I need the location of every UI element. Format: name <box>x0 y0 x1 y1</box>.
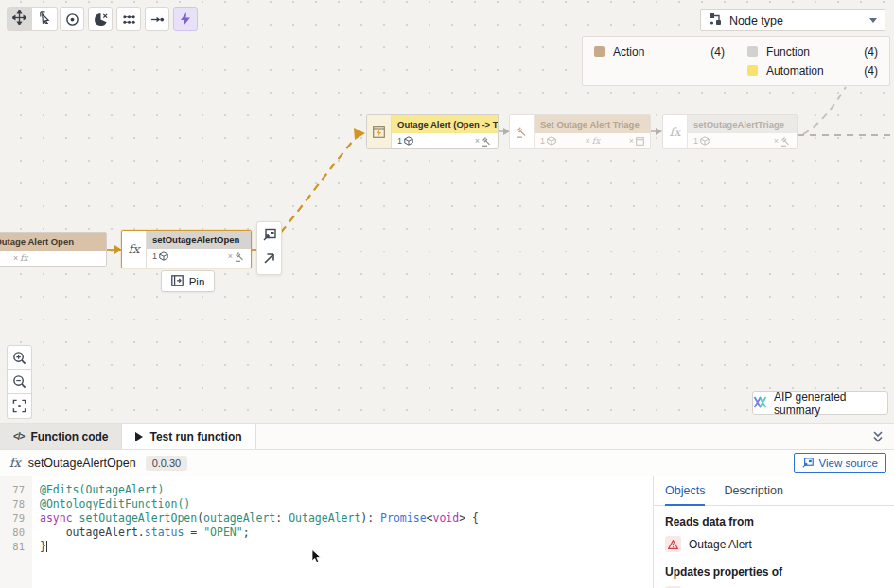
zoom-in-button[interactable] <box>7 345 32 370</box>
code-line-81: } <box>40 540 653 554</box>
open-node-icon[interactable] <box>263 251 275 268</box>
legend-label: Automation <box>766 64 824 78</box>
x-mark: × <box>475 136 480 146</box>
node-meta-row: 1 ×fx × <box>535 133 650 148</box>
aip-summary-label: AIP generated summary <box>774 390 887 417</box>
focus-tool-button[interactable] <box>60 7 84 31</box>
trace-tool-button[interactable] <box>145 7 169 31</box>
legend-spacer <box>583 64 736 78</box>
bottom-panel-tabbar: </> Function code Test run function <box>0 423 894 450</box>
node-set-outage-alert-open[interactable]: Set Outage Alert Open 1 ×fx <box>0 232 107 267</box>
object-count: 1 <box>693 136 698 146</box>
object-link-outage-alert[interactable]: Outage Alert <box>665 536 883 552</box>
zoom-out-button[interactable] <box>7 370 32 394</box>
code-line-77: @Edits(OutageAlert) <box>40 483 653 497</box>
node-type-legend: Action (4) Function (4) Automation (4) <box>582 36 890 86</box>
code-lines: @Edits(OutageAlert) @OntologyEditFunctio… <box>40 483 653 554</box>
legend-count: (4) <box>710 45 725 59</box>
node-meta-row: 1 × <box>147 249 251 264</box>
text-cursor <box>46 541 47 552</box>
gavel-icon <box>482 136 492 147</box>
edge-dashed-up <box>803 87 846 134</box>
open-window-icon <box>802 458 814 468</box>
code-line-78: @OntologyEditFunction() <box>40 497 653 511</box>
view-source-button[interactable]: View source <box>794 453 886 473</box>
arrow-to-node-icon <box>150 12 165 26</box>
line-number: 77 <box>0 483 32 497</box>
node-title: Outage Alert (Open -> Triage) <box>392 115 498 133</box>
collapse-panel-button[interactable] <box>871 424 885 449</box>
function-details-panel: Objects Description Reads data from Outa… <box>653 476 894 588</box>
canvas-tool-group <box>7 7 58 31</box>
automation-tool-button[interactable] <box>173 7 198 31</box>
tab-test-run-function[interactable]: Test run function <box>122 424 255 449</box>
pin-to-panel-icon[interactable] <box>263 228 276 245</box>
cube-icon <box>404 136 413 146</box>
automation-node-icon <box>367 115 392 148</box>
node-meta-row: 1 × <box>392 133 498 148</box>
node-outage-alert-automation[interactable]: Outage Alert (Open -> Triage) 1 × <box>366 114 499 149</box>
tab-objects[interactable]: Objects <box>665 484 705 506</box>
x-mark: × <box>13 253 18 263</box>
code-editor[interactable]: 77 78 79 80 81 @Edits(OutageAlert) @Onto… <box>0 476 653 588</box>
node-type-icon <box>709 12 722 28</box>
edge-fn-to-automation <box>272 140 354 242</box>
line-number: 78 <box>0 497 32 511</box>
node-setoutagealerttriage[interactable]: fx setOutageAlertTriage 1 × <box>662 114 798 149</box>
pin-icon <box>171 275 184 288</box>
x-mark: × <box>629 136 634 146</box>
node-setoutagealertopen[interactable]: fx setOutageAlertOpen 1 × <box>121 230 252 268</box>
function-node-icon: fx <box>663 115 688 148</box>
fx-icon: fx <box>20 253 27 263</box>
tab-label: Test run function <box>149 430 241 443</box>
node-meta-row: 1 × <box>688 133 797 148</box>
pin-label: Pin <box>189 276 205 287</box>
x-mark: × <box>228 251 233 261</box>
tab-function-code[interactable]: </> Function code <box>0 424 122 449</box>
fx-icon: fx <box>9 456 21 470</box>
cube-icon <box>700 136 710 146</box>
gavel-icon <box>235 251 245 262</box>
action-node-icon <box>510 115 535 148</box>
pan-tool-button[interactable] <box>7 7 32 31</box>
select-cursor-icon <box>39 10 51 27</box>
legend-label: Action <box>613 45 644 59</box>
function-header: fx setOutageAlertOpen 0.0.30 View source <box>0 450 894 476</box>
node-type-dropdown[interactable]: Node type <box>700 9 885 31</box>
updates-properties-section: Updates properties of Outage Alert <box>654 556 894 588</box>
tab-description[interactable]: Description <box>724 484 783 505</box>
fx-icon: fx <box>128 242 139 256</box>
target-icon <box>65 12 79 26</box>
function-name: setOutageAlertOpen <box>28 457 136 470</box>
pin-button[interactable]: Pin <box>161 270 215 292</box>
zoom-to-fit-button[interactable] <box>7 394 32 419</box>
legend-item-automation[interactable]: Automation (4) <box>736 64 889 78</box>
x-mark: × <box>586 136 590 146</box>
object-label: Outage Alert <box>689 538 752 551</box>
layout-tool-button[interactable] <box>116 7 141 31</box>
node-title: setOutageAlertOpen <box>147 231 251 249</box>
node-type-label: Node type <box>729 14 783 27</box>
legend-item-action[interactable]: Action (4) <box>583 45 736 59</box>
legend-item-function[interactable]: Function (4) <box>736 45 889 59</box>
line-number: 79 <box>0 511 32 526</box>
function-swatch <box>747 46 758 57</box>
outage-alert-object-icon <box>665 536 681 552</box>
code-line-79: async setOutageAlertOpen(outageAlert: Ou… <box>40 511 653 526</box>
edge-arrowhead-gray2 <box>656 128 662 135</box>
graph-canvas[interactable]: Node type Action (4) Function (4) Automa… <box>0 0 894 423</box>
node-title: Set Outage Alert Triage <box>535 115 650 133</box>
legend-count: (4) <box>864 64 878 78</box>
node-set-outage-alert-triage[interactable]: Set Outage Alert Triage 1 ×fx × <box>509 114 651 149</box>
pie-remove-icon <box>94 12 108 26</box>
object-count: 1 <box>397 136 402 146</box>
cube-icon <box>547 136 556 146</box>
edge-arrowhead-gold <box>354 128 365 140</box>
details-tabs: Objects Description <box>654 476 894 506</box>
aip-generated-summary-button[interactable]: AIP generated summary <box>752 391 888 415</box>
select-tool-button[interactable] <box>32 7 58 31</box>
node-title: Set Outage Alert Open <box>0 233 106 251</box>
object-count: 1 <box>152 251 157 261</box>
code-icon: </> <box>13 431 24 441</box>
filter-tool-button[interactable] <box>88 7 113 31</box>
